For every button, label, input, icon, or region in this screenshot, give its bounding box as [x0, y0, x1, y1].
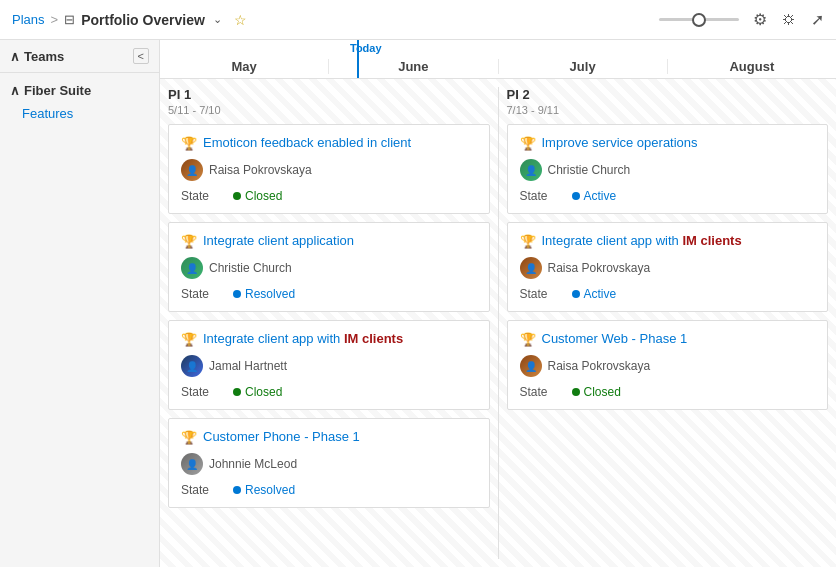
pi1-card3-person: 👤 Jamal Hartnett	[181, 355, 477, 377]
pi1-card1-person: 👤 Raisa Pokrovskaya	[181, 159, 477, 181]
pi2-card1-person-name: Christie Church	[548, 163, 631, 177]
trophy-icon: 🏆	[520, 332, 536, 347]
teams-label: ∧ Teams	[10, 49, 64, 64]
pi1-card3-title: 🏆 Integrate client app with IM clients	[181, 331, 477, 347]
pi1-card3-person-name: Jamal Hartnett	[209, 359, 287, 373]
breadcrumb-plans[interactable]: Plans	[12, 12, 45, 27]
today-line	[357, 40, 359, 78]
month-august: August	[667, 59, 836, 74]
sidebar-group-fiber-suite: ∧ Fiber Suite Features	[0, 73, 159, 131]
pi1-card-2[interactable]: 🏆 Integrate client application 👤 Christi…	[168, 222, 490, 312]
pi1-card4-person: 👤 Johnnie McLeod	[181, 453, 477, 475]
trophy-icon: 🏆	[520, 136, 536, 151]
timeline-header: Today May June July August	[160, 40, 836, 79]
state-text: Active	[584, 189, 617, 203]
trophy-icon: 🏆	[520, 234, 536, 249]
state-label: State	[181, 385, 209, 399]
state-value: Resolved	[233, 483, 295, 497]
state-label: State	[181, 287, 209, 301]
pi2-card2-person-name: Raisa Pokrovskaya	[548, 261, 651, 275]
pi2-card2-title: 🏆 Integrate client app with IM clients	[520, 233, 816, 249]
avatar: 👤	[181, 355, 203, 377]
month-july: July	[498, 59, 667, 74]
state-value: Closed	[233, 189, 282, 203]
fiber-suite-group-header[interactable]: ∧ Fiber Suite	[0, 79, 159, 102]
pi2-card1-title: 🏆 Improve service operations	[520, 135, 816, 151]
pi1-card2-title-text: Integrate client application	[203, 233, 354, 248]
state-dot-active	[572, 192, 580, 200]
pi1-card1-title-text: Emoticon feedback enabled in client	[203, 135, 411, 150]
pi2-card-3[interactable]: 🏆 Customer Web - Phase 1 👤 Raisa Pokrovs…	[507, 320, 829, 410]
filter-icon[interactable]: ⛭	[781, 11, 797, 29]
state-label: State	[520, 385, 548, 399]
pi2-card3-person: 👤 Raisa Pokrovskaya	[520, 355, 816, 377]
pi2-card3-title-text: Customer Web - Phase 1	[542, 331, 688, 346]
pi2-card-1[interactable]: 🏆 Improve service operations 👤 Christie …	[507, 124, 829, 214]
expand-icon[interactable]: ➚	[811, 10, 824, 29]
month-june: June	[328, 59, 497, 74]
month-may: May	[160, 59, 328, 74]
trophy-icon: 🏆	[181, 136, 197, 151]
pi2-section: PI 2 7/13 - 9/11 🏆 Improve service opera…	[499, 87, 837, 559]
pi2-card-2[interactable]: 🏆 Integrate client app with IM clients 👤…	[507, 222, 829, 312]
state-text: Resolved	[245, 287, 295, 301]
zoom-slider[interactable]	[659, 18, 739, 21]
pi1-card1-title: 🏆 Emoticon feedback enabled in client	[181, 135, 477, 151]
page-title: Portfolio Overview	[81, 12, 205, 28]
main-area: ∧ Teams < ∧ Fiber Suite Features Today M…	[0, 40, 836, 567]
state-label: State	[520, 189, 548, 203]
pi1-card4-title: 🏆 Customer Phone - Phase 1	[181, 429, 477, 445]
favorite-star-icon[interactable]: ☆	[234, 12, 247, 28]
state-label: State	[181, 483, 209, 497]
sidebar: ∧ Teams < ∧ Fiber Suite Features	[0, 40, 160, 567]
state-label: State	[520, 287, 548, 301]
chevron-up-icon: ∧	[10, 49, 20, 64]
pi2-card1-state: State Active	[520, 189, 816, 203]
pi2-card3-title: 🏆 Customer Web - Phase 1	[520, 331, 816, 347]
state-value: Active	[572, 189, 617, 203]
pi-sections: PI 1 5/11 - 7/10 🏆 Emoticon feedback ena…	[160, 79, 836, 567]
pi1-card2-person-name: Christie Church	[209, 261, 292, 275]
avatar: 👤	[520, 257, 542, 279]
title-chevron-icon[interactable]: ⌄	[213, 13, 222, 26]
state-text: Active	[584, 287, 617, 301]
pi1-card1-state: State Closed	[181, 189, 477, 203]
pi1-card-3[interactable]: 🏆 Integrate client app with IM clients 👤…	[168, 320, 490, 410]
pi2-card3-person-name: Raisa Pokrovskaya	[548, 359, 651, 373]
settings-icon[interactable]: ⚙	[753, 10, 767, 29]
pi2-title: PI 2	[507, 87, 829, 102]
trophy-icon: 🏆	[181, 430, 197, 445]
state-dot-active	[572, 290, 580, 298]
trophy-icon: 🏆	[181, 234, 197, 249]
pi1-card-1[interactable]: 🏆 Emoticon feedback enabled in client 👤 …	[168, 124, 490, 214]
pi1-card-4[interactable]: 🏆 Customer Phone - Phase 1 👤 Johnnie McL…	[168, 418, 490, 508]
pi2-card2-title-text: Integrate client app with IM clients	[542, 233, 742, 248]
pi2-card1-person: 👤 Christie Church	[520, 159, 816, 181]
pi2-card3-state: State Closed	[520, 385, 816, 399]
trophy-icon: 🏆	[181, 332, 197, 347]
sidebar-collapse-button[interactable]: <	[133, 48, 149, 64]
breadcrumb: Plans > ⊟ Portfolio Overview ⌄ ☆	[12, 12, 247, 28]
timeline-body: PI 1 5/11 - 7/10 🏆 Emoticon feedback ena…	[160, 79, 836, 567]
pi1-card2-title: 🏆 Integrate client application	[181, 233, 477, 249]
state-text: Closed	[245, 189, 282, 203]
fiber-suite-label: Fiber Suite	[24, 83, 91, 98]
state-value: Closed	[233, 385, 282, 399]
state-dot-closed	[233, 388, 241, 396]
pi2-card2-person: 👤 Raisa Pokrovskaya	[520, 257, 816, 279]
avatar: 👤	[520, 355, 542, 377]
pi1-card1-person-name: Raisa Pokrovskaya	[209, 163, 312, 177]
content-area: Today May June July August PI 1 5/11 - 7…	[160, 40, 836, 567]
pi1-card2-person: 👤 Christie Church	[181, 257, 477, 279]
state-value: Resolved	[233, 287, 295, 301]
sidebar-item-features[interactable]: Features	[0, 102, 159, 125]
today-label: Today	[350, 42, 382, 54]
state-value: Active	[572, 287, 617, 301]
state-dot-resolved	[233, 486, 241, 494]
month-row: May June July August	[160, 40, 836, 78]
teams-text: Teams	[24, 49, 64, 64]
pi2-card1-title-text: Improve service operations	[542, 135, 698, 150]
avatar: 👤	[181, 159, 203, 181]
state-text: Closed	[584, 385, 621, 399]
avatar: 👤	[520, 159, 542, 181]
